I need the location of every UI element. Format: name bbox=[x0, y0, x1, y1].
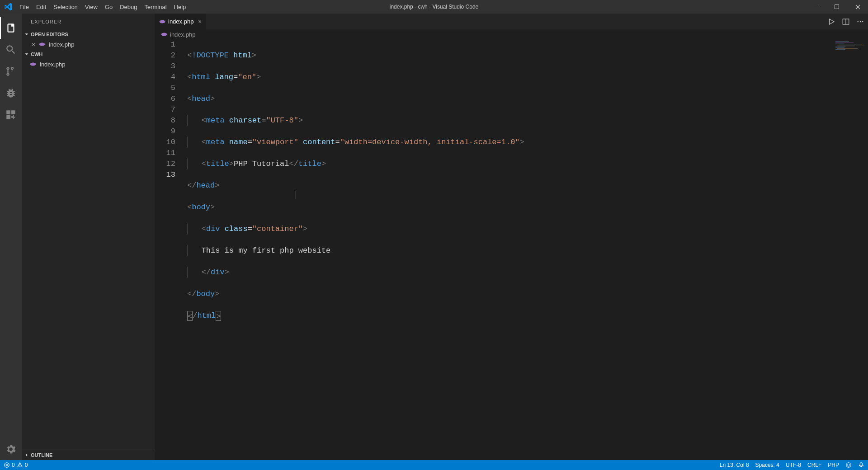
chevron-right-icon bbox=[24, 452, 30, 458]
explorer-sidebar: EXPLORER OPEN EDITORS × index.php CWH in… bbox=[22, 14, 155, 460]
window-controls bbox=[806, 0, 868, 14]
breadcrumb-item: index.php bbox=[170, 31, 195, 38]
svg-rect-14 bbox=[837, 44, 862, 44]
menu-debug[interactable]: Debug bbox=[116, 0, 141, 14]
status-problems[interactable]: 0 0 bbox=[4, 462, 28, 468]
sidebar-title: EXPLORER bbox=[22, 14, 155, 29]
chevron-down-icon bbox=[24, 31, 30, 38]
svg-point-26 bbox=[849, 464, 850, 465]
chevron-down-icon bbox=[24, 51, 30, 57]
svg-rect-12 bbox=[835, 42, 854, 42]
menu-help[interactable]: Help bbox=[170, 0, 190, 14]
breadcrumb[interactable]: index.php bbox=[155, 29, 868, 39]
vscode-logo-icon bbox=[0, 3, 16, 11]
editor-body[interactable]: 12345678910111213 <!DOCTYPE html> <html … bbox=[155, 39, 868, 460]
menu-selection[interactable]: Selection bbox=[50, 0, 81, 14]
activity-extensions[interactable] bbox=[0, 104, 22, 126]
split-editor-icon[interactable] bbox=[842, 18, 850, 26]
svg-point-2 bbox=[39, 43, 45, 46]
menu-file[interactable]: File bbox=[16, 0, 33, 14]
tab-label: index.php bbox=[168, 18, 193, 25]
workspace-label: CWH bbox=[31, 52, 42, 57]
svg-rect-13 bbox=[835, 43, 844, 43]
svg-point-8 bbox=[860, 21, 861, 22]
window-title: index.php - cwh - Visual Studio Code bbox=[390, 4, 479, 10]
tabs-bar: index.php × bbox=[155, 14, 868, 29]
more-actions-icon[interactable] bbox=[856, 18, 864, 26]
activity-search[interactable] bbox=[0, 39, 22, 61]
svg-rect-20 bbox=[835, 49, 845, 50]
php-file-icon bbox=[30, 61, 37, 67]
php-file-icon bbox=[161, 31, 167, 38]
svg-point-4 bbox=[160, 20, 165, 23]
minimap[interactable] bbox=[832, 39, 868, 460]
open-editor-item[interactable]: × index.php bbox=[22, 39, 155, 49]
activity-bar bbox=[0, 14, 22, 460]
status-errors-count: 0 bbox=[12, 462, 15, 468]
svg-rect-11 bbox=[835, 41, 849, 42]
svg-rect-1 bbox=[835, 5, 839, 9]
tab-index-php[interactable]: index.php × bbox=[155, 14, 207, 29]
status-encoding[interactable]: UTF-8 bbox=[786, 462, 801, 468]
svg-point-24 bbox=[846, 463, 851, 468]
menu-edit[interactable]: Edit bbox=[33, 0, 50, 14]
menu-bar: File Edit Selection View Go Debug Termin… bbox=[16, 0, 189, 14]
main-area: EXPLORER OPEN EDITORS × index.php CWH in… bbox=[0, 14, 868, 460]
statusbar: 0 0 Ln 13, Col 8 Spaces: 4 UTF-8 CRLF PH… bbox=[0, 460, 868, 470]
outline-label: OUTLINE bbox=[31, 452, 52, 458]
open-editor-filename: index.php bbox=[49, 41, 74, 48]
svg-point-9 bbox=[862, 21, 863, 22]
maximize-button[interactable] bbox=[826, 0, 847, 14]
svg-point-10 bbox=[161, 33, 167, 36]
status-language[interactable]: PHP bbox=[828, 462, 839, 468]
run-icon[interactable] bbox=[827, 18, 835, 26]
svg-rect-0 bbox=[814, 7, 819, 7]
svg-point-25 bbox=[847, 464, 848, 465]
open-editors-label: OPEN EDITORS bbox=[31, 32, 68, 37]
status-warnings-count: 0 bbox=[25, 462, 28, 468]
activity-debug[interactable] bbox=[0, 82, 22, 104]
line-number-gutter: 12345678910111213 bbox=[155, 39, 187, 460]
svg-rect-16 bbox=[837, 46, 855, 46]
svg-point-23 bbox=[19, 466, 20, 466]
editor-region: index.php × index.php 12345678910111213 … bbox=[155, 14, 868, 460]
status-feedback-icon[interactable] bbox=[845, 462, 852, 468]
menu-terminal[interactable]: Terminal bbox=[141, 0, 170, 14]
open-editors-header[interactable]: OPEN EDITORS bbox=[22, 29, 155, 39]
svg-point-3 bbox=[30, 63, 36, 66]
file-tree-item[interactable]: index.php bbox=[22, 59, 155, 69]
svg-point-7 bbox=[858, 21, 859, 22]
php-file-icon bbox=[39, 41, 46, 47]
activity-source-control[interactable] bbox=[0, 61, 22, 82]
text-cursor bbox=[296, 191, 296, 199]
status-cursor-position[interactable]: Ln 13, Col 8 bbox=[720, 462, 749, 468]
activity-explorer[interactable] bbox=[0, 17, 22, 39]
minimize-button[interactable] bbox=[806, 0, 826, 14]
status-notifications-icon[interactable] bbox=[858, 462, 864, 468]
svg-rect-18 bbox=[835, 47, 844, 48]
close-button[interactable] bbox=[847, 0, 868, 14]
svg-rect-15 bbox=[837, 45, 864, 45]
editor-actions bbox=[827, 14, 868, 29]
minimap-content bbox=[835, 41, 866, 50]
file-tree-filename: index.php bbox=[40, 61, 65, 68]
tab-close-icon[interactable]: × bbox=[198, 18, 202, 25]
outline-header[interactable]: OUTLINE bbox=[22, 450, 155, 460]
status-indentation[interactable]: Spaces: 4 bbox=[755, 462, 779, 468]
status-eol[interactable]: CRLF bbox=[807, 462, 821, 468]
workspace-header[interactable]: CWH bbox=[22, 49, 155, 59]
menu-view[interactable]: View bbox=[81, 0, 101, 14]
menu-go[interactable]: Go bbox=[101, 0, 116, 14]
titlebar: File Edit Selection View Go Debug Termin… bbox=[0, 0, 868, 14]
close-icon[interactable]: × bbox=[30, 41, 37, 48]
svg-rect-17 bbox=[835, 47, 845, 47]
svg-rect-19 bbox=[837, 48, 858, 49]
code-content[interactable]: <!DOCTYPE html> <html lang="en"> <head> … bbox=[187, 39, 832, 460]
activity-settings[interactable] bbox=[0, 438, 22, 460]
php-file-icon bbox=[159, 19, 165, 25]
